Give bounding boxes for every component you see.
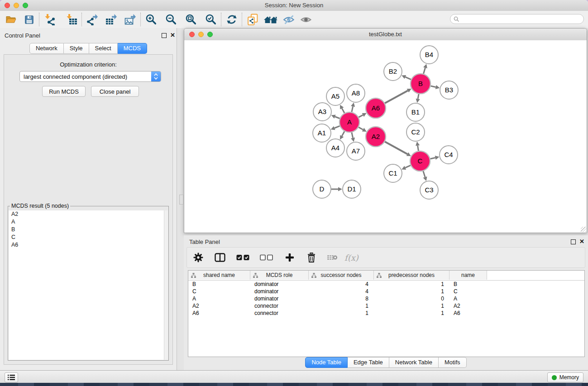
graph-edge-A6-B[interactable] (385, 91, 408, 103)
zoom-out-icon[interactable] (165, 13, 177, 26)
tab-select[interactable]: Select (89, 43, 118, 54)
graph-node-B2[interactable]: B2 (384, 62, 402, 81)
graph-edge-A-A3[interactable] (335, 117, 340, 119)
table-row[interactable]: Cdominator41C (188, 288, 584, 295)
graph-node-B4[interactable]: B4 (420, 46, 438, 64)
graph-edge-C-C2[interactable] (418, 146, 419, 151)
zoom-in-icon[interactable] (145, 13, 158, 26)
export-table-icon[interactable] (105, 13, 118, 26)
export-image-icon[interactable] (124, 13, 137, 26)
graph-edge-A-A1[interactable] (335, 126, 340, 128)
save-session-icon[interactable] (23, 13, 35, 26)
tab-node-table[interactable]: Node Table (305, 357, 348, 368)
graph-edge-A-A7[interactable] (352, 132, 353, 138)
close-panel-icon[interactable]: ✕ (579, 238, 584, 245)
tab-edge-table[interactable]: Edge Table (348, 357, 389, 368)
search-input[interactable] (461, 15, 583, 23)
open-file-icon[interactable] (5, 13, 17, 26)
memory-button[interactable]: Memory (547, 372, 583, 382)
scrollbar[interactable] (164, 210, 168, 360)
graph-node-A2[interactable]: A2 (366, 127, 386, 147)
result-item[interactable]: B (9, 226, 168, 234)
export-network-icon[interactable] (86, 13, 99, 26)
float-panel-icon[interactable] (571, 239, 576, 244)
column-header-MCDS-role[interactable]: MCDS role (250, 271, 309, 280)
tab-style[interactable]: Style (64, 43, 89, 54)
graph-edge-B-B4[interactable] (424, 68, 425, 74)
tab-motifs[interactable]: Motifs (439, 357, 467, 368)
graph-node-A4[interactable]: A4 (326, 139, 344, 157)
graph-edge-C-C3[interactable] (423, 171, 425, 177)
table-row[interactable]: A2connector11A2 (188, 302, 584, 310)
graph-node-A8[interactable]: A8 (347, 84, 365, 102)
graph-node-A1[interactable]: A1 (313, 124, 331, 142)
zoom-fit-icon[interactable] (185, 13, 197, 26)
graph-edge-A-A2[interactable] (359, 127, 363, 129)
gear-icon[interactable] (191, 250, 206, 265)
graph-edge-A-A4[interactable] (342, 131, 344, 136)
graph-node-C3[interactable]: C3 (420, 181, 438, 199)
column-header-shared-name[interactable]: shared name (188, 271, 250, 280)
result-item[interactable]: A6 (9, 241, 168, 249)
result-item[interactable]: A2 (9, 210, 168, 218)
graph-node-C1[interactable]: C1 (384, 164, 402, 182)
table-row[interactable]: Bdominator41B (188, 281, 584, 288)
network-canvas[interactable]: B4B2BB3A8A5A6A3B1AC2A1A2A4A7C4CC1DD1C3 (184, 40, 587, 233)
graph-node-C4[interactable]: C4 (440, 146, 458, 164)
close-panel-button[interactable]: Close panel (91, 86, 139, 97)
show-columns-icon[interactable] (212, 250, 228, 265)
column-header-predecessor-nodes[interactable]: predecessor nodes (374, 271, 449, 280)
select-all-icon[interactable] (234, 250, 252, 265)
graph-edge-A-A6[interactable] (359, 115, 363, 117)
graph-node-D1[interactable]: D1 (343, 180, 361, 198)
home-icon[interactable] (263, 13, 279, 26)
graph-node-A6[interactable]: A6 (366, 98, 386, 118)
graph-node-B1[interactable]: B1 (406, 103, 425, 121)
table-row[interactable]: Adominator80A (188, 295, 584, 302)
delete-icon[interactable] (304, 250, 319, 265)
graph-edge-A2-C[interactable] (385, 142, 407, 154)
float-panel-icon[interactable] (162, 33, 167, 38)
show-graphics-icon[interactable] (300, 13, 312, 26)
task-history-button[interactable] (5, 372, 18, 382)
duplicate-network-icon[interactable] (246, 13, 259, 26)
graph-edge-A-A5[interactable] (342, 108, 344, 113)
table-row[interactable]: A6connector11A6 (188, 310, 584, 317)
panel-divider-grip[interactable] (179, 195, 183, 205)
tab-mcds[interactable]: MCDS (118, 43, 147, 54)
graph-node-B3[interactable]: B3 (440, 81, 458, 99)
graph-edge-C-C1[interactable] (405, 165, 411, 167)
search-field[interactable] (450, 14, 584, 24)
graph-edge-A-A8[interactable] (352, 106, 353, 112)
node-table[interactable]: shared nameMCDS rolesuccessor nodesprede… (188, 270, 585, 357)
hide-graphics-icon[interactable] (282, 13, 295, 26)
zoom-selected-icon[interactable] (205, 13, 217, 26)
import-table-icon[interactable] (65, 13, 78, 26)
graph-node-A7[interactable]: A7 (347, 142, 365, 160)
graph-node-A[interactable]: A (339, 112, 359, 132)
graph-node-C[interactable]: C (410, 151, 430, 171)
graph-node-C2[interactable]: C2 (406, 123, 425, 141)
graph-edge-C-C4[interactable] (430, 158, 435, 159)
graph-node-B[interactable]: B (411, 74, 430, 94)
network-window-titlebar[interactable]: testGlobe.txt (184, 29, 587, 41)
mcds-result-list[interactable]: A2ABCA6 (9, 210, 168, 360)
graph-node-D[interactable]: D (313, 180, 331, 198)
run-mcds-button[interactable]: Run MCDS (42, 86, 86, 97)
unselect-all-icon[interactable] (258, 250, 276, 265)
close-panel-icon[interactable]: ✕ (170, 32, 175, 38)
column-header-successor-nodes[interactable]: successor nodes (309, 271, 374, 280)
result-item[interactable]: C (9, 234, 168, 241)
import-network-icon[interactable] (43, 13, 56, 26)
refresh-icon[interactable] (225, 13, 238, 26)
tab-network-table[interactable]: Network Table (389, 357, 439, 368)
criterion-dropdown[interactable]: largest connected component (directed) (19, 71, 161, 82)
graph-edge-B-B2[interactable] (405, 77, 411, 80)
graph-edge-B-B1[interactable] (418, 94, 419, 99)
tab-network[interactable]: Network (29, 43, 64, 54)
graph-edge-B-B3[interactable] (430, 86, 435, 87)
result-item[interactable]: A (9, 218, 168, 226)
resize-handle[interactable] (581, 227, 586, 232)
graph-node-A5[interactable]: A5 (326, 87, 344, 105)
column-header-name[interactable]: name (449, 271, 487, 280)
